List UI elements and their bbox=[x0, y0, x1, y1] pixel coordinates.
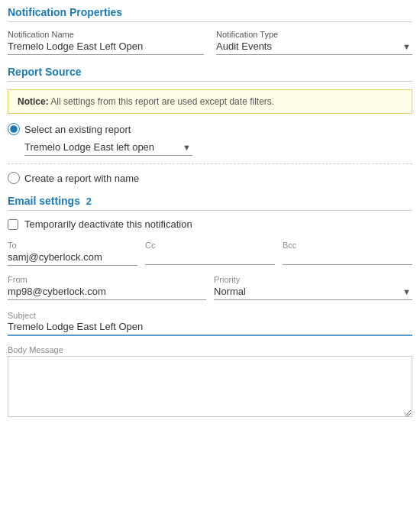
priority-label: Priority bbox=[214, 275, 412, 284]
notification-properties-section: Notification Properties Notification Nam… bbox=[8, 6, 412, 55]
create-report-radio-item[interactable]: Create a report with name bbox=[8, 172, 412, 184]
priority-field-group: Priority Low Normal High ▼ bbox=[214, 275, 412, 300]
cc-field-group: Cc bbox=[145, 241, 275, 266]
priority-select[interactable]: Low Normal High bbox=[214, 286, 412, 297]
bcc-field-group: Bcc bbox=[283, 241, 412, 266]
from-field-group: From mp98@cyberlock.com bbox=[8, 275, 206, 300]
create-report-radio[interactable] bbox=[8, 172, 20, 184]
from-label: From bbox=[8, 275, 206, 284]
select-existing-radio-item[interactable]: Select an existing report bbox=[8, 123, 412, 135]
notification-name-label: Notification Name bbox=[8, 30, 204, 39]
create-report-label[interactable]: Create a report with name bbox=[24, 173, 139, 184]
subject-label: Subject bbox=[8, 311, 36, 320]
notification-type-select-wrapper[interactable]: Audit Events System Events Custom ▼ bbox=[216, 40, 412, 55]
report-source-section: Report Source Notice: All settings from … bbox=[8, 66, 412, 184]
notice-label: Notice: bbox=[18, 96, 49, 107]
notice-box: Notice: All settings from this report ar… bbox=[8, 89, 412, 114]
email-settings-title-text: Email settings bbox=[8, 195, 80, 207]
deactivate-label[interactable]: Temporarily deactivate this notification bbox=[24, 218, 192, 230]
notification-type-select[interactable]: Audit Events System Events Custom bbox=[216, 40, 412, 52]
bcc-label: Bcc bbox=[283, 241, 412, 250]
notification-type-label: Notification Type bbox=[216, 30, 412, 39]
from-priority-row: From mp98@cyberlock.com Priority Low Nor… bbox=[8, 275, 412, 300]
to-value: samj@cyberlock.com bbox=[8, 251, 137, 266]
select-existing-label[interactable]: Select an existing report bbox=[24, 124, 131, 135]
body-row: Body Message ⇲ bbox=[8, 345, 412, 419]
notice-text: All settings from this report are used e… bbox=[49, 96, 274, 107]
body-textarea[interactable] bbox=[8, 356, 412, 417]
report-select-wrapper[interactable]: Tremelo Lodge East left open ▼ bbox=[24, 141, 192, 156]
body-label: Body Message bbox=[8, 345, 412, 354]
notification-name-value: Tremelo Lodge East Left Open bbox=[8, 40, 204, 55]
report-source-radio-group: Select an existing report Tremelo Lodge … bbox=[8, 123, 412, 184]
email-settings-title: Email settings 2 bbox=[8, 195, 412, 211]
notification-form-row: Notification Name Tremelo Lodge East Lef… bbox=[8, 30, 412, 55]
to-cc-bcc-row: To samj@cyberlock.com Cc Bcc bbox=[8, 241, 412, 266]
deactivate-checkbox-row[interactable]: Temporarily deactivate this notification bbox=[8, 218, 412, 230]
email-settings-section: Email settings 2 Temporarily deactivate … bbox=[8, 195, 412, 419]
report-select[interactable]: Tremelo Lodge East left open bbox=[24, 141, 192, 153]
cc-value bbox=[145, 251, 275, 265]
select-existing-radio[interactable] bbox=[8, 123, 20, 135]
priority-select-wrapper[interactable]: Low Normal High ▼ bbox=[214, 286, 412, 300]
report-divider bbox=[8, 163, 412, 164]
bcc-value bbox=[283, 251, 412, 265]
to-label: To bbox=[8, 241, 137, 250]
resize-handle-icon[interactable]: ⇲ bbox=[403, 410, 411, 418]
notification-properties-title: Notification Properties bbox=[8, 6, 412, 22]
subject-value: Tremelo Lodge East Left Open bbox=[8, 321, 412, 336]
notification-type-group: Notification Type Audit Events System Ev… bbox=[216, 30, 412, 55]
subject-row: Subject Tremelo Lodge East Left Open bbox=[8, 309, 412, 336]
email-settings-badge: 2 bbox=[86, 196, 92, 207]
report-source-title: Report Source bbox=[8, 66, 412, 82]
from-value: mp98@cyberlock.com bbox=[8, 286, 206, 300]
report-dropdown-row: Tremelo Lodge East left open ▼ bbox=[24, 141, 412, 156]
notification-name-group: Notification Name Tremelo Lodge East Lef… bbox=[8, 30, 204, 55]
to-field-group: To samj@cyberlock.com bbox=[8, 241, 137, 266]
body-textarea-wrapper: ⇲ bbox=[8, 356, 412, 419]
deactivate-checkbox[interactable] bbox=[8, 219, 18, 230]
cc-label: Cc bbox=[145, 241, 275, 250]
